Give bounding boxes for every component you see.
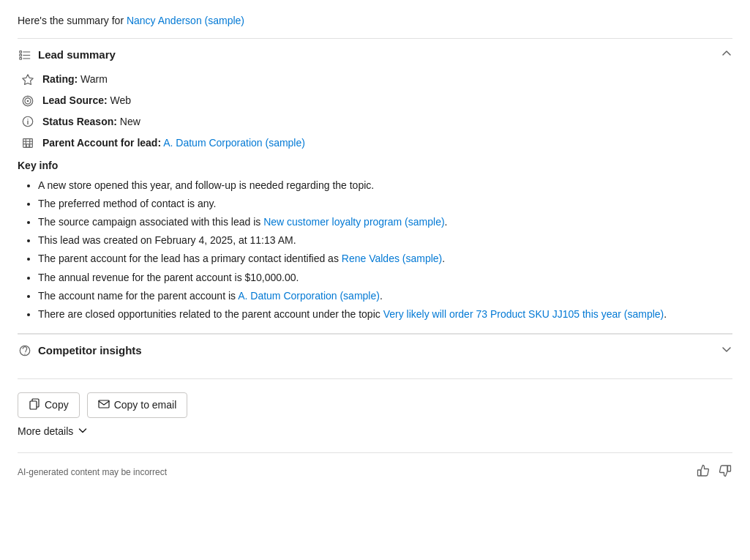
rene-valdes-link[interactable]: Rene Valdes (sample)	[342, 253, 442, 264]
competitor-icon	[18, 343, 32, 357]
lead-source-label: Lead Source: Web	[42, 94, 131, 106]
lead-summary-header[interactable]: Lead summary	[18, 38, 732, 70]
status-reason-value: New	[120, 116, 140, 127]
rating-label: Rating: Warm	[42, 73, 108, 85]
target-icon	[20, 94, 35, 108]
copy-button[interactable]: Copy	[18, 392, 80, 418]
more-details-text: More details	[18, 425, 73, 437]
svg-rect-24	[30, 401, 37, 409]
campaign-link[interactable]: New customer loyalty program (sample)	[263, 216, 444, 228]
list-item: The source campaign associated with this…	[38, 214, 732, 231]
lead-source-label-bold: Lead Source:	[42, 94, 108, 106]
parent-account-label: Parent Account for lead: A. Datum Corpor…	[42, 137, 305, 149]
person-link[interactable]: Nancy Anderson (sample)	[127, 15, 244, 26]
lead-summary-chevron-up-icon[interactable]	[721, 48, 732, 62]
svg-rect-26	[698, 470, 701, 476]
intro-prefix: Here's the summary for	[18, 15, 127, 26]
key-info-list: A new store opened this year, and follow…	[18, 177, 732, 323]
svg-rect-0	[20, 51, 22, 53]
list-item: The parent account for the lead has a pr…	[38, 250, 732, 267]
email-icon	[98, 398, 110, 412]
list-item: The account name for the parent account …	[38, 288, 732, 305]
action-buttons: Copy Copy to email	[18, 378, 732, 418]
key-info-section: Key info A new store opened this year, a…	[18, 160, 732, 323]
svg-rect-17	[26, 144, 29, 148]
list-item: A new store opened this year, and follow…	[38, 177, 732, 194]
lead-source-value: Web	[110, 94, 132, 106]
svg-rect-27	[728, 466, 731, 471]
star-icon	[20, 72, 35, 86]
list-item: There are closed opportunities related t…	[38, 306, 732, 323]
more-details-row[interactable]: More details	[18, 425, 732, 438]
list-item: The preferred method of contact is any.	[38, 195, 732, 212]
lead-summary-title: Lead summary	[38, 48, 116, 61]
key-info-title: Key info	[18, 160, 732, 171]
status-reason-label-bold: Status Reason:	[42, 116, 117, 127]
lead-fields-container: Rating: Warm Lead Source: Web Status Rea…	[18, 72, 732, 149]
list-item: This lead was created on February 4, 202…	[38, 232, 732, 249]
competitor-insights-chevron-down-icon[interactable]	[721, 343, 732, 358]
svg-rect-4	[20, 58, 22, 60]
svg-point-8	[27, 100, 29, 102]
lead-summary-header-left: Lead summary	[18, 48, 116, 62]
competitor-insights-header[interactable]: Competitor insights	[18, 334, 732, 365]
competitor-insights-section: Competitor insights	[18, 333, 732, 365]
more-details-chevron-icon	[78, 425, 88, 438]
thumbs-down-icon[interactable]	[718, 463, 732, 482]
status-reason-field-row: Status Reason: New	[18, 115, 732, 129]
rating-value: Warm	[80, 73, 108, 85]
rating-label-bold: Rating:	[42, 73, 78, 85]
competitor-insights-title: Competitor insights	[38, 344, 142, 356]
intro-text: Here's the summary for Nancy Anderson (s…	[18, 15, 732, 26]
list-item: The annual revenue for the parent accoun…	[38, 269, 732, 286]
lead-source-field-row: Lead Source: Web	[18, 94, 732, 108]
building-icon	[20, 135, 35, 149]
svg-point-22	[24, 354, 25, 354]
list-icon	[18, 48, 32, 62]
svg-rect-2	[20, 54, 22, 56]
svg-rect-14	[23, 139, 33, 148]
parent-account-link[interactable]: A. Datum Corporation (sample)	[163, 137, 305, 149]
rating-field-row: Rating: Warm	[18, 72, 732, 86]
thumbs-up-icon[interactable]	[696, 463, 710, 482]
copy-to-email-label: Copy to email	[114, 399, 177, 411]
ai-disclaimer: AI-generated content may be incorrect	[18, 467, 167, 477]
parent-account-field-row: Parent Account for lead: A. Datum Corpor…	[18, 135, 732, 149]
parent-account-label-bold: Parent Account for lead:	[42, 137, 161, 149]
footer-bar: AI-generated content may be incorrect	[18, 452, 732, 482]
copy-to-email-button[interactable]: Copy to email	[87, 392, 188, 418]
copy-button-label: Copy	[45, 399, 69, 411]
svg-point-13	[27, 119, 28, 119]
svg-rect-25	[99, 400, 109, 408]
account-name-link[interactable]: A. Datum Corporation (sample)	[238, 290, 380, 302]
copy-icon	[29, 398, 40, 412]
feedback-icons	[696, 463, 732, 482]
opportunity-link[interactable]: Very likely will order 73 Product SKU JJ…	[383, 308, 664, 320]
competitor-insights-header-left: Competitor insights	[18, 343, 142, 357]
info-icon	[20, 115, 35, 129]
status-reason-label: Status Reason: New	[42, 116, 140, 127]
